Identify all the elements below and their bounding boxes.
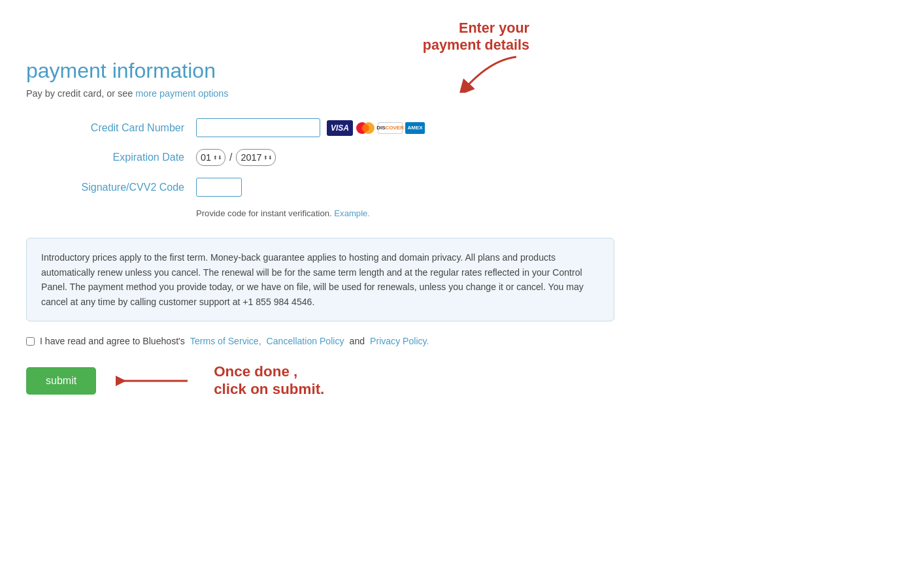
info-box: Introductory prices apply to the first t…	[26, 238, 614, 321]
year-select-wrapper: 2017 2018 2019 2020 2021 2022 2023 2024 …	[236, 149, 276, 166]
payment-form: Credit Card Number VISA DISCOVER AMEX Ex…	[52, 118, 889, 218]
expiry-separator: /	[229, 152, 232, 163]
svg-point-2	[361, 124, 369, 132]
cancellation-link[interactable]: Cancellation Policy	[267, 336, 344, 346]
month-select-wrapper: 01 02 03 04 05 06 07 08 09 10 11 12	[196, 149, 225, 166]
cvv-hint: Provide code for instant verification. E…	[196, 208, 889, 218]
expiry-month-select[interactable]: 01 02 03 04 05 06 07 08 09 10 11 12	[196, 149, 225, 166]
agree-checkbox[interactable]	[26, 337, 35, 346]
card-icons: VISA DISCOVER AMEX	[327, 120, 425, 136]
agree-row: I have read and agree to Bluehost's Term…	[26, 336, 889, 346]
submit-button[interactable]: submit	[26, 367, 96, 395]
top-annotation-area: Enter yourpayment details	[26, 20, 889, 78]
visa-icon: VISA	[327, 120, 353, 136]
cvv-example-link[interactable]: Example.	[334, 208, 370, 218]
cvv-row: Signature/CVV2 Code	[52, 178, 889, 197]
expiration-row: Expiration Date 01 02 03 04 05 06 07 08 …	[52, 149, 889, 166]
more-payment-options-link[interactable]: more payment options	[135, 88, 228, 99]
arrow-submit	[116, 371, 194, 391]
cvv-hint-text: Provide code for instant verification.	[196, 208, 332, 218]
expiration-label: Expiration Date	[52, 152, 196, 163]
expiry-year-select[interactable]: 2017 2018 2019 2020 2021 2022 2023 2024 …	[236, 149, 276, 166]
callout-text-enter-payment: Enter yourpayment details	[423, 20, 529, 54]
cvv-label: Signature/CVV2 Code	[52, 182, 196, 193]
cvv-input[interactable]	[196, 178, 242, 197]
privacy-link[interactable]: Privacy Policy.	[370, 336, 429, 346]
submit-area: submit Once done ,click on submit.	[26, 363, 889, 399]
submit-callout-text: Once done ,click on submit.	[214, 363, 324, 399]
agree-prefix: I have read and agree to Bluehost's	[40, 336, 185, 346]
credit-card-row: Credit Card Number VISA DISCOVER AMEX	[52, 118, 889, 137]
credit-card-label: Credit Card Number	[52, 122, 196, 134]
mastercard-icon	[356, 122, 375, 135]
expiry-selects: 01 02 03 04 05 06 07 08 09 10 11 12 / 20…	[196, 149, 276, 166]
enter-payment-callout: Enter yourpayment details	[423, 20, 529, 93]
info-box-text: Introductory prices apply to the first t…	[41, 252, 584, 307]
submit-annotation: Once done ,click on submit.	[214, 363, 324, 399]
terms-link[interactable]: Terms of Service,	[190, 336, 261, 346]
amex-icon: AMEX	[405, 122, 425, 134]
credit-card-input[interactable]	[196, 118, 320, 137]
discover-icon: DISCOVER	[378, 122, 403, 134]
arrow-enter-payment	[451, 54, 529, 93]
agree-and: and	[350, 336, 365, 346]
